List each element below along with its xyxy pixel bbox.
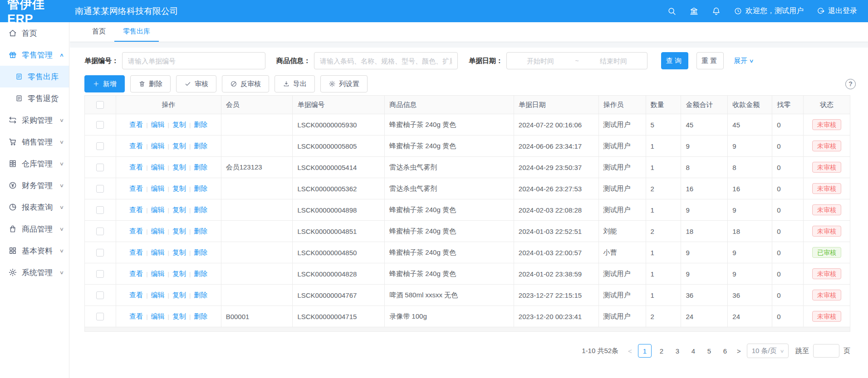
product-info-input[interactable] <box>314 52 458 69</box>
cell-operator: 测试用户 <box>599 114 646 135</box>
sidebar-item-purchase-manage[interactable]: 采购管理∨ <box>0 109 69 131</box>
sidebar-item-basic-data[interactable]: 基本资料∨ <box>0 240 69 262</box>
audit-button[interactable]: 审核 <box>176 75 216 92</box>
row-checkbox[interactable] <box>96 206 104 214</box>
sidebar-item-report-query[interactable]: 报表查询∨ <box>0 196 69 218</box>
row-action-view[interactable]: 查看 <box>129 121 143 129</box>
row-action-copy[interactable]: 复制 <box>172 291 186 300</box>
search-icon[interactable] <box>667 6 677 16</box>
row-action-copy[interactable]: 复制 <box>172 121 186 129</box>
page-size-select[interactable]: 10 条/页∨ <box>747 344 789 358</box>
sidebar-item-retail-return[interactable]: 零售退货 <box>0 87 69 109</box>
row-action-copy[interactable]: 复制 <box>172 142 186 150</box>
welcome-user[interactable]: 欢迎您，测试用户 <box>734 6 804 16</box>
date-start-input[interactable] <box>510 57 570 65</box>
pagination-next[interactable]: > <box>735 347 743 355</box>
expand-link[interactable]: 展开 ∨ <box>734 57 753 65</box>
pagination-page[interactable]: 5 <box>703 344 715 358</box>
pagination-page[interactable]: 3 <box>672 344 683 358</box>
row-action-edit[interactable]: 编辑 <box>151 184 165 193</box>
row-action-edit[interactable]: 编辑 <box>151 121 165 129</box>
cell-bill-date: 2023-12-20 00:23:41 <box>514 306 599 327</box>
row-action-copy[interactable]: 复制 <box>172 248 186 257</box>
date-end-input[interactable] <box>584 57 643 65</box>
row-action-view[interactable]: 查看 <box>129 184 143 193</box>
table-row: 查看|编辑|复制|删除LSCK00000004850蜂蜜柚子茶 240g 黄色2… <box>85 242 850 263</box>
sidebar-item-goods-manage[interactable]: 商品管理∨ <box>0 218 69 240</box>
row-action-edit[interactable]: 编辑 <box>151 270 165 278</box>
row-action-delete[interactable]: 删除 <box>194 312 207 321</box>
search-button[interactable]: 查询 <box>661 52 688 69</box>
row-action-edit[interactable]: 编辑 <box>151 163 165 172</box>
row-action-delete[interactable]: 删除 <box>194 121 207 129</box>
pagination-page[interactable]: 1 <box>638 344 652 358</box>
row-action-copy[interactable]: 复制 <box>172 163 186 172</box>
row-action-copy[interactable]: 复制 <box>172 206 186 214</box>
row-action-edit[interactable]: 编辑 <box>151 291 165 300</box>
help-icon[interactable]: ? <box>845 79 856 89</box>
pagination-page[interactable]: 2 <box>656 344 667 358</box>
row-action-edit[interactable]: 编辑 <box>151 227 165 236</box>
row-action-view[interactable]: 查看 <box>129 270 143 278</box>
row-checkbox[interactable] <box>96 121 104 129</box>
column-settings-button[interactable]: 列设置 <box>320 75 368 92</box>
row-action-delete[interactable]: 删除 <box>194 227 207 236</box>
row-checkbox[interactable] <box>96 185 104 193</box>
unaudit-button[interactable]: 反审核 <box>222 75 269 92</box>
export-button[interactable]: 导出 <box>275 75 315 92</box>
bell-icon[interactable] <box>711 6 721 16</box>
cabinet-icon <box>8 159 17 168</box>
row-action-edit[interactable]: 编辑 <box>151 206 165 214</box>
row-action-view[interactable]: 查看 <box>129 312 143 321</box>
pagination-prev[interactable]: < <box>626 347 634 355</box>
sidebar-item-warehouse-manage[interactable]: 仓库管理∨ <box>0 153 69 174</box>
row-action-view[interactable]: 查看 <box>129 142 143 150</box>
row-action-delete[interactable]: 删除 <box>194 184 207 193</box>
row-checkbox[interactable] <box>96 142 104 150</box>
row-action-copy[interactable]: 复制 <box>172 227 186 236</box>
bank-icon[interactable] <box>689 6 699 16</box>
row-checkbox[interactable] <box>96 164 104 171</box>
row-action-copy[interactable]: 复制 <box>172 184 186 193</box>
row-action-copy[interactable]: 复制 <box>172 270 186 278</box>
pagination-page[interactable]: 6 <box>719 344 731 358</box>
row-action-delete[interactable]: 删除 <box>194 206 207 214</box>
row-action-delete[interactable]: 删除 <box>194 142 207 150</box>
row-action-delete[interactable]: 删除 <box>194 163 207 172</box>
add-button[interactable]: 新增 <box>84 75 125 92</box>
row-action-edit[interactable]: 编辑 <box>151 142 165 150</box>
bill-no-input[interactable] <box>122 52 265 69</box>
row-action-delete[interactable]: 删除 <box>194 270 207 278</box>
row-checkbox[interactable] <box>96 270 104 278</box>
jump-page-input[interactable] <box>813 344 839 358</box>
date-range-picker[interactable]: ~ <box>506 52 647 69</box>
row-action-view[interactable]: 查看 <box>129 248 143 257</box>
row-action-view[interactable]: 查看 <box>129 163 143 172</box>
sidebar-item-retail-manage[interactable]: 零售管理∧ <box>0 44 69 66</box>
row-action-view[interactable]: 查看 <box>129 206 143 214</box>
row-action-edit[interactable]: 编辑 <box>151 312 165 321</box>
row-checkbox[interactable] <box>96 313 104 320</box>
row-action-edit[interactable]: 编辑 <box>151 248 165 257</box>
cell-quantity: 1 <box>646 285 682 305</box>
reset-button[interactable]: 重置 <box>696 52 724 69</box>
tab-retail-outbound[interactable]: 零售出库 <box>114 22 159 42</box>
row-action-view[interactable]: 查看 <box>129 227 143 236</box>
sidebar-item-finance-manage[interactable]: 财务管理∨ <box>0 174 69 196</box>
delete-button[interactable]: 删除 <box>130 75 171 92</box>
row-checkbox[interactable] <box>96 291 104 299</box>
sidebar-item-retail-outbound[interactable]: 零售出库 <box>0 66 69 87</box>
sidebar-item-sales-manage[interactable]: 销售管理∨ <box>0 131 69 153</box>
row-action-delete[interactable]: 删除 <box>194 291 207 300</box>
horizontal-scrollbar[interactable] <box>84 327 850 332</box>
row-action-copy[interactable]: 复制 <box>172 312 186 321</box>
logout-button[interactable]: 退出登录 <box>816 6 857 16</box>
row-checkbox[interactable] <box>96 228 104 235</box>
pagination-page[interactable]: 4 <box>687 344 699 358</box>
row-action-view[interactable]: 查看 <box>129 291 143 300</box>
row-action-delete[interactable]: 删除 <box>194 248 207 257</box>
tab-home[interactable]: 首页 <box>83 22 114 42</box>
row-checkbox[interactable] <box>96 249 104 257</box>
select-all-checkbox[interactable] <box>96 101 104 109</box>
sidebar-item-system-manage[interactable]: 系统管理∨ <box>0 262 69 283</box>
